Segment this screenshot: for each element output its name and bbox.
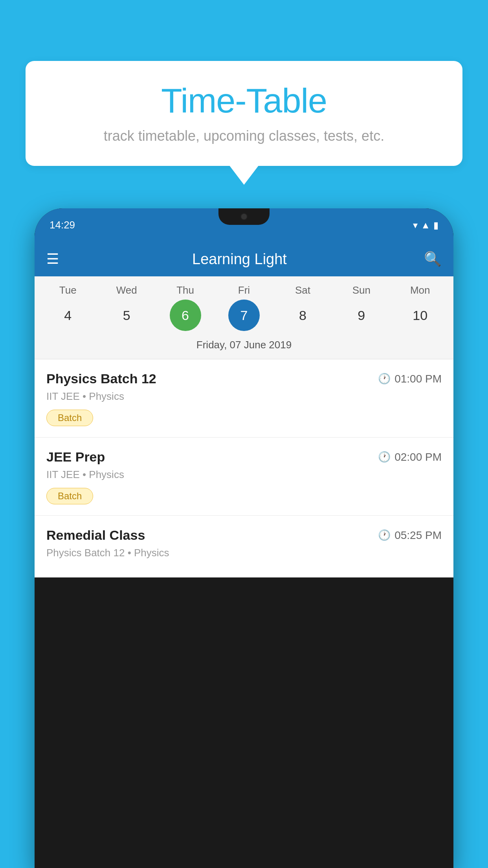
status-icons: ▾ ▲ ▮ xyxy=(413,220,438,231)
day-header-fri: Fri xyxy=(228,284,260,296)
schedule-time-1: 🕐 01:00 PM xyxy=(378,373,442,385)
schedule-item-1[interactable]: Physics Batch 12 🕐 01:00 PM IIT JEE • Ph… xyxy=(35,359,453,438)
schedule-title-2: JEE Prep xyxy=(46,449,105,465)
day-6-today[interactable]: 6 xyxy=(170,300,201,331)
schedule-subtitle-1: IIT JEE • Physics xyxy=(46,390,442,403)
day-header-wed: Wed xyxy=(111,284,142,296)
batch-tag-2: Batch xyxy=(46,488,93,504)
clock-icon-3: 🕐 xyxy=(378,529,391,541)
schedule-item-3[interactable]: Remedial Class 🕐 05:25 PM Physics Batch … xyxy=(35,516,453,577)
day-7-selected[interactable]: 7 xyxy=(228,300,260,331)
schedule-subtitle-3: Physics Batch 12 • Physics xyxy=(46,547,442,559)
schedule-time-3: 🕐 05:25 PM xyxy=(378,529,442,542)
wifi-icon: ▾ xyxy=(413,220,418,231)
day-header-sun: Sun xyxy=(346,284,377,296)
camera xyxy=(240,213,248,220)
page-title: Time-Table xyxy=(49,81,439,121)
clock-icon-2: 🕐 xyxy=(378,451,391,463)
schedule-title-1: Physics Batch 12 xyxy=(46,371,156,386)
schedule-item-2-header: JEE Prep 🕐 02:00 PM xyxy=(46,449,442,465)
batch-tag-1: Batch xyxy=(46,410,93,426)
day-header-tue: Tue xyxy=(52,284,84,296)
day-header-sat: Sat xyxy=(287,284,318,296)
schedule-time-2: 🕐 02:00 PM xyxy=(378,451,442,463)
schedule-title-3: Remedial Class xyxy=(46,528,145,543)
phone-body: 14:29 ▾ ▲ ▮ ☰ Learning Light 🔍 Tue Wed T… xyxy=(35,208,453,868)
day-numbers: 4 5 6 7 8 9 10 xyxy=(35,300,453,331)
day-4[interactable]: 4 xyxy=(52,300,84,331)
selected-date-label: Friday, 07 June 2019 xyxy=(35,336,453,359)
day-header-thu: Thu xyxy=(170,284,201,296)
page-subtitle: track timetable, upcoming classes, tests… xyxy=(49,128,439,144)
day-8[interactable]: 8 xyxy=(287,300,318,331)
search-icon[interactable]: 🔍 xyxy=(424,251,442,267)
day-9[interactable]: 9 xyxy=(346,300,377,331)
app-bar: ☰ Learning Light 🔍 xyxy=(35,242,453,276)
calendar-strip: Tue Wed Thu Fri Sat Sun Mon 4 5 6 7 8 9 … xyxy=(35,276,453,359)
status-time: 14:29 xyxy=(50,219,75,231)
speech-bubble-container: Time-Table track timetable, upcoming cla… xyxy=(26,61,462,166)
clock-icon-1: 🕐 xyxy=(378,373,391,385)
day-10[interactable]: 10 xyxy=(404,300,436,331)
day-headers: Tue Wed Thu Fri Sat Sun Mon xyxy=(35,284,453,296)
phone-wrapper: 14:29 ▾ ▲ ▮ ☰ Learning Light 🔍 Tue Wed T… xyxy=(35,208,453,868)
schedule-subtitle-2: IIT JEE • Physics xyxy=(46,469,442,481)
signal-icon: ▲ xyxy=(421,220,430,231)
app-bar-title: Learning Light xyxy=(55,251,424,268)
status-bar: 14:29 ▾ ▲ ▮ xyxy=(35,208,453,242)
speech-bubble: Time-Table track timetable, upcoming cla… xyxy=(26,61,462,166)
day-header-mon: Mon xyxy=(404,284,436,296)
schedule-item-1-header: Physics Batch 12 🕐 01:00 PM xyxy=(46,371,442,386)
schedule-list: Physics Batch 12 🕐 01:00 PM IIT JEE • Ph… xyxy=(35,359,453,577)
notch xyxy=(218,208,270,225)
schedule-item-3-header: Remedial Class 🕐 05:25 PM xyxy=(46,528,442,543)
day-5[interactable]: 5 xyxy=(111,300,142,331)
battery-icon: ▮ xyxy=(433,220,438,231)
schedule-item-2[interactable]: JEE Prep 🕐 02:00 PM IIT JEE • Physics Ba… xyxy=(35,438,453,516)
